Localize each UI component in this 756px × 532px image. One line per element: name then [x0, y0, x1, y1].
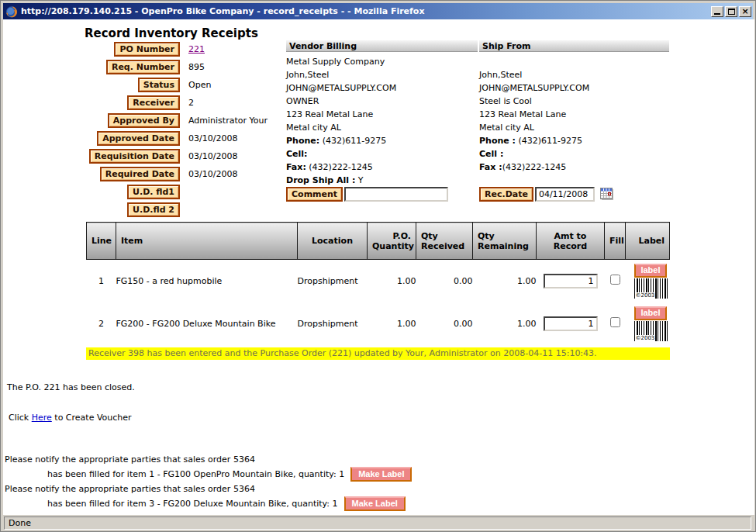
col-header-qty-received: Qty Received — [416, 223, 473, 260]
row1-po-qty: 1.00 — [368, 260, 416, 302]
window-controls: × — [711, 6, 751, 17]
row1-barcode-image: ©2003 — [634, 278, 669, 299]
field-row-required-date: Required Date 03/10/2008 — [3, 165, 268, 183]
page-title: Record Inventory Receipts — [85, 26, 258, 40]
row2-qty-remaining: 1.00 — [473, 302, 537, 345]
row1-line: 1 — [87, 260, 116, 302]
col-header-item: Item — [116, 223, 298, 260]
recdate-row: Rec.Date — [479, 187, 614, 202]
create-voucher-line: Click Here to Create Voucher — [9, 413, 132, 423]
make-label-button-2[interactable]: Make Label — [344, 496, 406, 511]
field-row-requisition-date: Requisition Date 03/10/2008 — [3, 147, 268, 165]
row1-fill-checkbox[interactable] — [610, 275, 620, 285]
ship-city: Metal city AL — [479, 121, 669, 134]
receiver-label-button[interactable]: Receiver — [127, 95, 180, 110]
status-bar: Done — [3, 515, 753, 530]
rec-date-button[interactable]: Rec.Date — [479, 187, 533, 202]
requisition-date-label-button[interactable]: Requisition Date — [89, 149, 180, 164]
close-button[interactable]: × — [739, 6, 751, 17]
po-fields: PO Number 221 Req. Number 895 Status Ope… — [3, 40, 268, 219]
po-number-label-button[interactable]: PO Number — [114, 42, 180, 57]
field-row-req-number: Req. Number 895 — [3, 58, 268, 76]
approved-date-value: 03/10/2008 — [188, 133, 237, 143]
notify2-line1: Please notify the appropriate parties th… — [5, 483, 412, 495]
maximize-button[interactable] — [725, 6, 737, 17]
status-text: Done — [4, 516, 751, 530]
create-voucher-link[interactable]: Here — [32, 413, 52, 423]
col-header-amt-to-record: Amt to Record — [537, 223, 605, 260]
browser-window: http://208.179.140.215 - OpenPro Bike Co… — [0, 0, 756, 532]
vendor-billing-header: Vendor Billing — [286, 40, 478, 52]
comment-row: Comment — [286, 187, 448, 202]
notify1-line1: Please notify the appropriate parties th… — [5, 454, 412, 465]
receipts-table: Line Item Location P.O. Quantity Qty Rec… — [86, 222, 670, 345]
comment-input[interactable] — [344, 187, 448, 202]
field-row-status: Status Open — [3, 76, 268, 94]
col-header-location: Location — [298, 223, 368, 260]
po-closed-message: The P.O. 221 has been closed. — [7, 382, 135, 392]
field-row-po-number: PO Number 221 — [3, 40, 268, 58]
row1-qty-remaining: 1.00 — [473, 260, 537, 302]
col-header-label: Label — [626, 223, 670, 260]
calendar-icon[interactable] — [600, 188, 614, 201]
table-header-row: Line Item Location P.O. Quantity Qty Rec… — [87, 223, 670, 260]
field-row-ud-fld2: U.D.fld 2 — [3, 201, 268, 219]
row2-amt-to-record-input[interactable] — [544, 316, 598, 331]
row2-item: FG200 - FG200 Deluxe Mountain Bike — [116, 302, 298, 345]
ship-fax: Fax :(432)222-1245 — [479, 161, 669, 174]
window-title: http://208.179.140.215 - OpenPro Bike Co… — [21, 6, 711, 16]
po-number-link[interactable]: 221 — [188, 44, 205, 54]
title-bar: http://208.179.140.215 - OpenPro Bike Co… — [3, 3, 753, 19]
minimize-button[interactable] — [711, 6, 723, 17]
page-content: Record Inventory Receipts PO Number 221 … — [3, 19, 754, 515]
receipt-notice-banner: Receiver 398 has been entered and the Pu… — [86, 347, 670, 360]
vendor-company: Metal Supply Company — [286, 55, 478, 68]
vendor-cell: Cell: — [286, 147, 478, 161]
field-row-approved-date: Approved Date 03/10/2008 — [3, 130, 268, 147]
row2-barcode-image: ©2003 — [634, 321, 669, 341]
required-date-label-button[interactable]: Required Date — [100, 167, 180, 181]
receiver-value: 2 — [188, 98, 194, 108]
row1-amt-to-record-input[interactable] — [544, 274, 598, 288]
ship-contact-name: John,Steel — [479, 68, 669, 81]
vendor-dropship: Drop Ship All : Y — [286, 174, 478, 187]
approved-by-value: Administrator Your — [188, 116, 268, 126]
status-value: Open — [188, 80, 211, 90]
field-row-approved-by: Approved By Administrator Your — [3, 112, 268, 130]
row2-qty-received: 0.00 — [416, 302, 473, 345]
vendor-title: OWNER — [286, 95, 478, 108]
firefox-icon — [5, 5, 18, 18]
vendor-fax: Fax: (432)222-1245 — [286, 161, 478, 174]
ship-cell: Cell : — [479, 147, 669, 161]
ship-from-header: Ship From — [479, 40, 669, 52]
status-label-button[interactable]: Status — [138, 78, 180, 92]
ud-fld1-label-button[interactable]: U.D. fld1 — [127, 185, 180, 199]
approved-date-label-button[interactable]: Approved Date — [97, 131, 180, 146]
ship-phone: Phone : (432)611-9275 — [479, 134, 669, 147]
rec-date-input[interactable] — [535, 187, 595, 202]
req-number-label-button[interactable]: Req. Number — [106, 60, 180, 74]
notify1-line2: has been filled for item 1 - FG100 OpenP… — [5, 465, 412, 483]
approved-by-label-button[interactable]: Approved By — [108, 113, 180, 128]
make-label-button-1[interactable]: Make Label — [350, 467, 412, 482]
comment-button[interactable]: Comment — [286, 187, 343, 202]
vendor-billing-section: Vendor Billing Metal Supply Company John… — [286, 40, 478, 187]
row2-fill-checkbox[interactable] — [610, 317, 620, 327]
col-header-qty-remaining: Qty Remaining — [473, 223, 537, 260]
row2-location: Dropshipment — [298, 302, 368, 345]
requisition-date-value: 03/10/2008 — [188, 151, 237, 161]
ud-fld2-label-button[interactable]: U.D.fld 2 — [127, 202, 180, 217]
required-date-value: 03/10/2008 — [188, 169, 237, 179]
col-header-fill: Fill — [605, 223, 626, 260]
ship-company: Steel is Cool — [479, 95, 669, 108]
row2-label-button[interactable]: label — [634, 306, 666, 320]
row1-qty-received: 0.00 — [416, 260, 473, 302]
vendor-address: 123 Real Metal Lane — [286, 108, 478, 121]
col-header-line: Line — [87, 223, 116, 260]
notification-messages: Please notify the appropriate parties th… — [5, 454, 412, 513]
row1-label-button[interactable]: label — [634, 264, 666, 278]
table-row: 2 FG200 - FG200 Deluxe Mountain Bike Dro… — [87, 302, 670, 345]
col-header-po-quantity: P.O. Quantity — [368, 223, 416, 260]
table-row: 1 FG150 - a red hupmobile Dropshipment 1… — [87, 260, 670, 302]
ship-address: 123 Real Metal Lane — [479, 108, 669, 121]
